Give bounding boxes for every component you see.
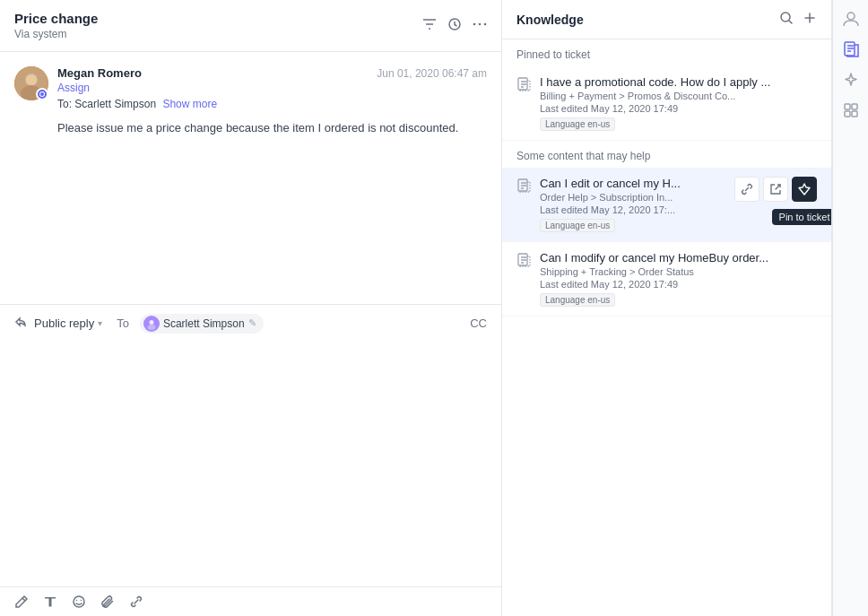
cc-label[interactable]: CC: [470, 317, 487, 330]
article-content-1: Can I modify or cancel my HomeBuy order.…: [540, 251, 817, 307]
add-icon[interactable]: [803, 11, 817, 28]
emoji-icon[interactable]: [72, 594, 86, 609]
knowledge-sidebar-icon[interactable]: [843, 41, 859, 57]
knowledge-header: Knowledge: [502, 0, 831, 39]
article-icon-0: [516, 178, 531, 195]
suggested-article-0[interactable]: Can I edit or cancel my H... Order Help …: [502, 168, 831, 242]
svg-rect-21: [852, 104, 857, 109]
reply-icon: [14, 316, 27, 331]
article-row-1: Can I modify or cancel my HomeBuy order.…: [516, 251, 817, 307]
suggested-article-1[interactable]: Can I modify or cancel my HomeBuy order.…: [502, 242, 831, 317]
svg-point-12: [76, 600, 78, 602]
show-more[interactable]: Show more: [162, 98, 217, 110]
knowledge-title: Knowledge: [516, 13, 584, 27]
user-profile-icon[interactable]: [843, 11, 859, 27]
grid-icon[interactable]: [843, 102, 859, 118]
suggested-title-1: Can I modify or cancel my HomeBuy order.…: [540, 251, 817, 265]
sender-row: Megan Romero Jun 01, 2020 06:47 am: [57, 66, 487, 80]
history-icon[interactable]: [447, 17, 462, 35]
filter-icon[interactable]: [422, 17, 437, 35]
reply-type-label: Public reply: [34, 317, 94, 330]
article-content-0: Can I edit or cancel my H... Order Help …: [540, 177, 725, 232]
svg-point-9: [149, 320, 153, 325]
pinned-article-title: I have a promotional code. How do I appl…: [540, 75, 817, 89]
recipient-chip[interactable]: Scarlett Simpson ✎: [140, 314, 264, 334]
svg-rect-23: [852, 111, 857, 117]
reply-toolbar: [0, 586, 501, 616]
avatar-wrap: [14, 66, 48, 100]
svg-point-11: [74, 596, 84, 607]
more-icon[interactable]: [473, 17, 487, 35]
knowledge-header-icons: [779, 11, 817, 28]
sender-name: Megan Romero: [57, 66, 142, 80]
pin-button[interactable]: [792, 177, 817, 202]
article-row-0: Can I edit or cancel my H... Order Help …: [516, 177, 817, 232]
link-icon[interactable]: [129, 594, 143, 609]
suggested-edited-1: Last edited May 12, 2020 17:49: [540, 279, 817, 290]
svg-point-13: [81, 600, 82, 602]
suggested-section-label: Some content that may help: [502, 141, 831, 168]
svg-point-3: [484, 22, 487, 25]
reply-to-label: To: [117, 317, 129, 330]
suggested-path-1: Shipping + Tracking > Order Status: [540, 266, 817, 277]
suggested-edited-0: Last edited May 12, 2020 17:...: [540, 204, 725, 215]
knowledge-panel: Knowledge Pinned to ticket: [502, 0, 832, 616]
suggested-title-0: Can I edit or cancel my H...: [540, 177, 725, 190]
message-header: Megan Romero Jun 01, 2020 06:47 am Assig…: [57, 66, 487, 110]
article-icon-1: [516, 253, 531, 270]
copy-link-button[interactable]: [734, 177, 760, 202]
message-recipient: Scarlett Simpson: [74, 98, 156, 110]
header-icons: [422, 17, 487, 35]
ticket-title: Price change: [14, 11, 98, 26]
svg-rect-20: [845, 104, 850, 109]
open-external-button[interactable]: [763, 177, 788, 202]
pinned-section-label: Pinned to ticket: [502, 39, 831, 66]
message-to: To: Scarlett Simpson Show more: [57, 98, 487, 110]
message-time: Jun 01, 2020 06:47 am: [377, 67, 487, 80]
text-format-icon[interactable]: [43, 594, 57, 609]
attach-icon[interactable]: [100, 594, 115, 609]
edit-recipient-icon[interactable]: ✎: [248, 317, 256, 329]
sidebar-icons: [832, 0, 868, 616]
svg-point-2: [479, 22, 482, 25]
pin-tooltip: Pin to ticket: [772, 209, 832, 225]
pinned-article-edited: Last edited May 12, 2020 17:49: [540, 103, 817, 114]
reply-type[interactable]: Public reply ▾: [34, 317, 102, 330]
ticket-subtitle: Via system: [14, 28, 98, 40]
article-content: I have a promotional code. How do I appl…: [540, 75, 817, 131]
suggested-language-1: Language en-us: [540, 293, 615, 307]
reply-chevron-icon: ▾: [98, 318, 102, 328]
suggested-language-0: Language en-us: [540, 219, 615, 232]
ticket-panel: Price change Via system: [0, 0, 502, 616]
magic-icon[interactable]: [843, 72, 859, 88]
message-meta: Megan Romero Jun 01, 2020 06:47 am Assig…: [14, 66, 487, 110]
article-actions: Pin to ticket: [734, 177, 817, 202]
message-body: Please issue me a price change because t…: [57, 119, 487, 138]
ticket-title-area: Price change Via system: [14, 11, 98, 40]
message-area: Megan Romero Jun 01, 2020 06:47 am Assig…: [0, 52, 501, 304]
svg-rect-22: [845, 111, 850, 117]
avatar-badge: [36, 88, 48, 100]
pinned-article-path: Billing + Payment > Promos & Discount Co…: [540, 91, 817, 101]
svg-point-10: [147, 325, 155, 330]
recipient-avatar: [143, 316, 160, 332]
search-icon[interactable]: [779, 11, 794, 28]
article-icon: [516, 77, 531, 94]
compose-icon[interactable]: [14, 594, 29, 609]
compose-area[interactable]: [0, 343, 501, 587]
right-panel: Knowledge Pinned to ticket: [502, 0, 868, 616]
article-row: I have a promotional code. How do I appl…: [516, 75, 817, 131]
pinned-article-language: Language en-us: [540, 117, 615, 131]
svg-point-18: [847, 13, 855, 20]
assign-link[interactable]: Assign: [57, 80, 487, 94]
recipient-name: Scarlett Simpson: [163, 317, 245, 330]
svg-point-1: [473, 22, 476, 25]
suggested-path-0: Order Help > Subscription In...: [540, 192, 725, 203]
ticket-header: Price change Via system: [0, 0, 501, 52]
pinned-article-0[interactable]: I have a promotional code. How do I appl…: [502, 66, 831, 141]
reply-bar: Public reply ▾ To Scarlett Simpson ✎ CC: [0, 304, 501, 343]
svg-point-7: [26, 74, 37, 85]
